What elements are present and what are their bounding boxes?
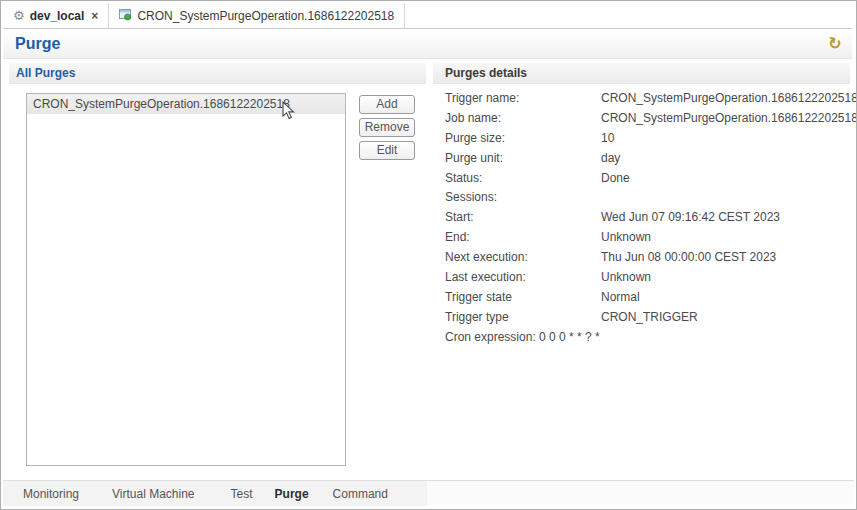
refresh-icon[interactable]: ↻ (826, 33, 843, 54)
detail-row-next-execution: Next execution: Thu Jun 08 00:00:00 CEST… (445, 247, 846, 267)
field-label: Sessions: (445, 190, 601, 204)
field-label: Trigger state (445, 290, 601, 304)
page-title-bar: Purge ↻ (3, 29, 852, 59)
field-value: Normal (601, 290, 640, 304)
field-label: Cron expression: 0 0 0 * * ? * (445, 330, 600, 344)
job-icon (119, 8, 132, 24)
page-title: Purge (15, 35, 60, 53)
editor-tabbar: ⚙ dev_local × CRON_SystemPurgeOperation.… (3, 3, 852, 29)
tab-virtual-machine[interactable]: Virtual Machine (112, 487, 195, 501)
field-value: day (601, 151, 620, 165)
field-label: Status: (445, 171, 601, 185)
field-label: Purge unit: (445, 151, 601, 165)
detail-row-trigger-type: Trigger type CRON_TRIGGER (445, 307, 846, 327)
tab-label: dev_local (30, 9, 85, 23)
remove-button[interactable]: Remove (359, 118, 415, 137)
field-value: Wed Jun 07 09:16:42 CEST 2023 (601, 210, 780, 224)
tab-dev-local[interactable]: ⚙ dev_local × (3, 3, 109, 28)
all-purges-header: All Purges (9, 63, 426, 84)
tab-purge[interactable]: Purge (275, 487, 309, 501)
view-tabbar: Monitoring Virtual Machine Test Purge Co… (3, 480, 854, 506)
field-value: CRON_SystemPurgeOperation.1686122202518 (601, 91, 857, 105)
detail-row-end: End: Unknown (445, 227, 846, 247)
field-label: Trigger name: (445, 91, 601, 105)
field-value: Unknown (601, 270, 651, 284)
field-label: End: (445, 230, 601, 244)
field-label: Job name: (445, 111, 601, 125)
list-item[interactable]: CRON_SystemPurgeOperation.1686122202518 (27, 94, 345, 114)
tab-test[interactable]: Test (231, 487, 253, 501)
field-label: Start: (445, 210, 601, 224)
application-window: ⚙ dev_local × CRON_SystemPurgeOperation.… (0, 0, 857, 510)
close-icon[interactable]: × (91, 9, 98, 23)
field-label: Last execution: (445, 270, 601, 284)
tab-label: CRON_SystemPurgeOperation.1686122202518 (137, 9, 394, 23)
detail-row-status: Status: Done (445, 168, 846, 188)
gear-icon: ⚙ (13, 8, 25, 23)
field-value: 10 (601, 131, 614, 145)
field-value: Unknown (601, 230, 651, 244)
tab-monitoring[interactable]: Monitoring (23, 487, 79, 501)
detail-row-job-name: Job name: CRON_SystemPurgeOperation.1686… (445, 108, 846, 128)
detail-row-sessions: Sessions: (445, 187, 846, 207)
detail-row-trigger-name: Trigger name: CRON_SystemPurgeOperation.… (445, 88, 846, 108)
field-value: CRON_TRIGGER (601, 310, 698, 324)
detail-row-last-execution: Last execution: Unknown (445, 267, 846, 287)
purge-details-list: Trigger name: CRON_SystemPurgeOperation.… (445, 88, 846, 347)
detail-row-purge-size: Purge size: 10 (445, 128, 846, 148)
field-label: Trigger type (445, 310, 601, 324)
purges-details-header: Purges details (433, 63, 850, 84)
field-value: Thu Jun 08 00:00:00 CEST 2023 (601, 250, 776, 264)
field-value: Done (601, 171, 630, 185)
purges-list: CRON_SystemPurgeOperation.1686122202518 (26, 93, 346, 466)
tab-cron-systempurgeoperation[interactable]: CRON_SystemPurgeOperation.1686122202518 (109, 3, 405, 28)
detail-row-purge-unit: Purge unit: day (445, 148, 846, 168)
field-value: CRON_SystemPurgeOperation.1686122202518 (601, 111, 857, 125)
detail-row-trigger-state: Trigger state Normal (445, 287, 846, 307)
field-label: Purge size: (445, 131, 601, 145)
tab-command[interactable]: Command (333, 487, 388, 501)
detail-row-start: Start: Wed Jun 07 09:16:42 CEST 2023 (445, 207, 846, 227)
field-label: Next execution: (445, 250, 601, 264)
detail-row-cron-expression: Cron expression: 0 0 0 * * ? * (445, 327, 846, 347)
edit-button[interactable]: Edit (359, 141, 415, 160)
add-button[interactable]: Add (359, 95, 415, 114)
